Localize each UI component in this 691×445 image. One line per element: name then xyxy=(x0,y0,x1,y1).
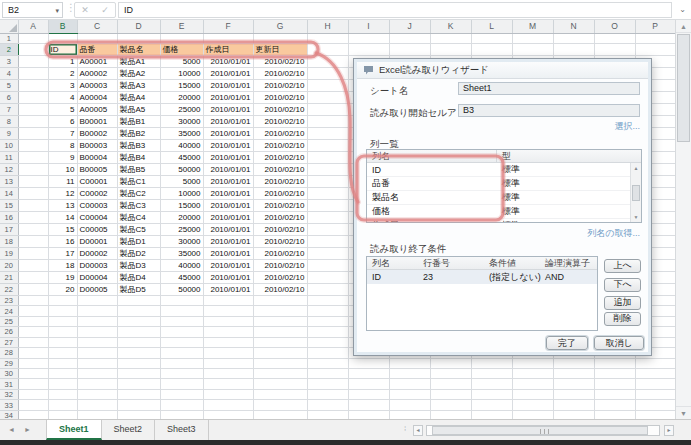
row-header-8[interactable]: 8 xyxy=(0,115,18,127)
get-column-names-link[interactable]: 列名の取得... xyxy=(587,227,640,240)
grid-cell[interactable] xyxy=(307,139,348,151)
table-data-cell[interactable]: 2010/02/10 xyxy=(253,91,307,103)
grid-cell[interactable] xyxy=(18,306,48,316)
scroll-up-icon[interactable]: ▲ xyxy=(631,163,641,173)
grid-cell[interactable] xyxy=(77,327,117,337)
grid-cell[interactable] xyxy=(471,400,512,410)
grid-cell[interactable] xyxy=(307,163,348,175)
grid-cell[interactable] xyxy=(471,379,512,389)
grid-cell[interactable] xyxy=(160,327,203,337)
row-header-30[interactable]: 30 xyxy=(0,369,18,379)
row-header-33[interactable]: 33 xyxy=(0,400,18,410)
grid-cell[interactable] xyxy=(512,43,553,55)
grid-cell[interactable] xyxy=(77,358,117,368)
table-data-cell[interactable]: 1 xyxy=(48,55,77,67)
grid-cell[interactable] xyxy=(18,410,48,419)
table-data-cell[interactable]: 2010/01/01 xyxy=(203,211,253,223)
grid-cell[interactable] xyxy=(348,33,389,43)
grid-cell[interactable] xyxy=(18,211,48,223)
grid-cell[interactable] xyxy=(512,389,553,399)
table-header-cell[interactable]: 価格 xyxy=(160,43,203,55)
grid-cell[interactable] xyxy=(18,175,48,187)
row-header-4[interactable]: 4 xyxy=(0,67,18,79)
grid-cell[interactable] xyxy=(160,316,203,326)
grid-cell[interactable] xyxy=(553,43,594,55)
cancel-icon[interactable]: ✕ xyxy=(81,5,89,15)
grid-cell[interactable] xyxy=(18,337,48,347)
grid-cell[interactable] xyxy=(307,410,348,419)
grid-cell[interactable] xyxy=(203,400,253,410)
horizontal-scrollbar-thumb[interactable] xyxy=(432,426,648,435)
table-data-cell[interactable]: 2010/02/10 xyxy=(253,67,307,79)
grid-cell[interactable] xyxy=(253,410,307,419)
grid-cell[interactable] xyxy=(307,199,348,211)
table-data-cell[interactable]: D00003 xyxy=(77,259,117,271)
grid-cell[interactable] xyxy=(18,79,48,91)
grid-cell[interactable] xyxy=(117,389,160,399)
table-data-cell[interactable]: 35000 xyxy=(160,127,203,139)
grid-cell[interactable] xyxy=(18,187,48,199)
grid-cell[interactable] xyxy=(18,139,48,151)
grid-cell[interactable] xyxy=(307,43,348,55)
table-header-cell[interactable]: 品番 xyxy=(77,43,117,55)
grid-cell[interactable] xyxy=(203,389,253,399)
remove-button[interactable]: 削除 xyxy=(604,312,641,326)
row-header-28[interactable]: 28 xyxy=(0,348,18,358)
grid-cell[interactable] xyxy=(307,33,348,43)
scroll-up-icon[interactable]: ▲ xyxy=(676,20,691,33)
row-header-21[interactable]: 21 xyxy=(0,271,18,283)
table-data-cell[interactable]: 10000 xyxy=(160,67,203,79)
table-data-cell[interactable]: 18 xyxy=(48,259,77,271)
table-data-cell[interactable]: 2010/01/01 xyxy=(203,259,253,271)
grid-cell[interactable] xyxy=(307,151,348,163)
scrollbar-resize-handle[interactable]: ⁞ xyxy=(404,424,406,433)
table-data-cell[interactable]: 6 xyxy=(48,115,77,127)
table-data-cell[interactable]: 2010/01/01 xyxy=(203,115,253,127)
grid-cell[interactable] xyxy=(48,348,77,358)
grid-cell[interactable] xyxy=(307,259,348,271)
table-data-cell[interactable]: 2010/02/10 xyxy=(253,199,307,211)
grid-cell[interactable] xyxy=(203,337,253,347)
table-data-cell[interactable]: 2010/01/01 xyxy=(203,91,253,103)
grid-cell[interactable] xyxy=(307,306,348,316)
grid-cell[interactable] xyxy=(18,199,48,211)
column-header-L[interactable]: L xyxy=(471,20,512,33)
grid-cell[interactable] xyxy=(307,316,348,326)
grid-cell[interactable] xyxy=(471,410,512,419)
name-box-dropdown-icon[interactable]: ▾ xyxy=(55,4,59,18)
grid-cell[interactable] xyxy=(553,369,594,379)
table-data-cell[interactable]: C00003 xyxy=(77,199,117,211)
grid-cell[interactable] xyxy=(203,33,253,43)
row-header-13[interactable]: 13 xyxy=(0,175,18,187)
vertical-scrollbar-thumb[interactable] xyxy=(677,34,690,142)
table-data-cell[interactable]: 2010/01/01 xyxy=(203,235,253,247)
grid-cell[interactable] xyxy=(307,67,348,79)
column-header-A[interactable]: A xyxy=(18,20,48,33)
grid-cell[interactable] xyxy=(253,348,307,358)
table-data-cell[interactable]: 11 xyxy=(48,175,77,187)
grid-cell[interactable] xyxy=(117,369,160,379)
grid-cell[interactable] xyxy=(203,379,253,389)
grid-cell[interactable] xyxy=(18,127,48,139)
column-list-row[interactable]: 作成日標準 xyxy=(367,219,641,223)
column-header-B[interactable]: B xyxy=(48,20,77,33)
table-data-cell[interactable]: 2010/02/10 xyxy=(253,139,307,151)
row-header-23[interactable]: 23 xyxy=(0,295,18,305)
grid-cell[interactable] xyxy=(389,389,430,399)
table-data-cell[interactable]: 2010/02/10 xyxy=(253,163,307,175)
table-data-cell[interactable]: 20000 xyxy=(160,211,203,223)
grid-cell[interactable] xyxy=(594,358,635,368)
row-header-20[interactable]: 20 xyxy=(0,259,18,271)
grid-cell[interactable] xyxy=(307,247,348,259)
table-data-cell[interactable]: 2010/01/01 xyxy=(203,139,253,151)
table-data-cell[interactable]: B00002 xyxy=(77,127,117,139)
table-data-cell[interactable]: C00005 xyxy=(77,223,117,235)
table-data-cell[interactable]: 製品D5 xyxy=(117,283,160,295)
grid-cell[interactable] xyxy=(348,400,389,410)
grid-cell[interactable] xyxy=(77,400,117,410)
column-header-G[interactable]: G xyxy=(253,20,307,33)
table-data-cell[interactable]: 16 xyxy=(48,235,77,247)
vertical-scrollbar[interactable]: ▲ ▼ xyxy=(675,20,691,419)
grid-cell[interactable] xyxy=(512,410,553,419)
table-data-cell[interactable]: 9 xyxy=(48,151,77,163)
